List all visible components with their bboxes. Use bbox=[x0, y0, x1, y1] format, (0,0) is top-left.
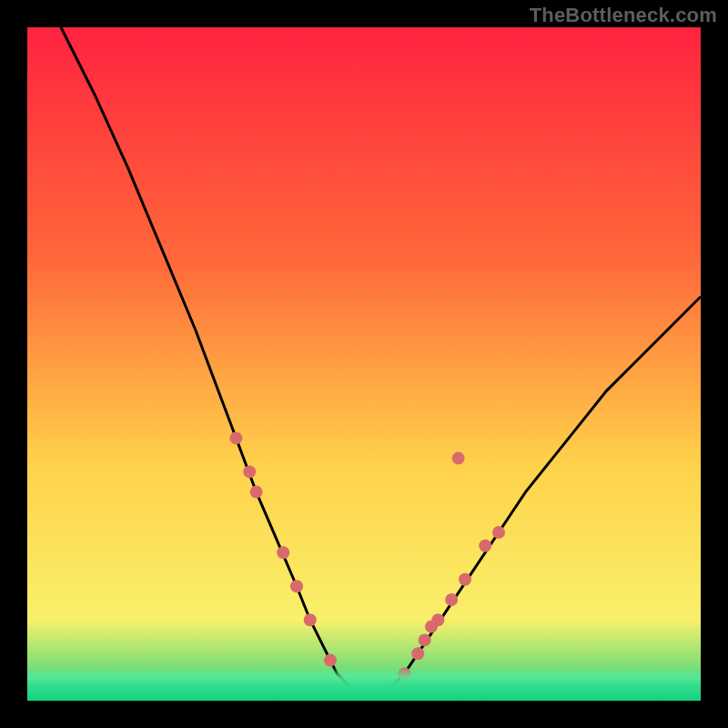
curve-dot bbox=[304, 613, 317, 626]
curve-dot bbox=[250, 486, 263, 499]
curve-dot bbox=[445, 593, 458, 606]
curve-dot bbox=[492, 526, 505, 539]
watermark-text: TheBottleneck.com bbox=[530, 4, 717, 27]
curve-dot bbox=[277, 546, 289, 559]
curve-dot bbox=[411, 647, 424, 660]
curve-dot bbox=[324, 654, 337, 667]
curve-dot bbox=[419, 633, 431, 646]
green-bottom-band bbox=[27, 667, 701, 701]
curve-dot bbox=[452, 452, 465, 465]
gradient-background bbox=[27, 27, 701, 701]
curve-dot bbox=[290, 580, 303, 592]
curve-dot bbox=[479, 540, 491, 552]
curve-dot bbox=[431, 613, 444, 626]
curve-dot bbox=[243, 465, 256, 478]
bottleneck-chart bbox=[27, 27, 701, 701]
chart-stage: TheBottleneck.com bbox=[0, 0, 728, 728]
curve-dot bbox=[459, 573, 471, 586]
plot-frame bbox=[27, 27, 701, 701]
curve-dot bbox=[229, 431, 242, 444]
